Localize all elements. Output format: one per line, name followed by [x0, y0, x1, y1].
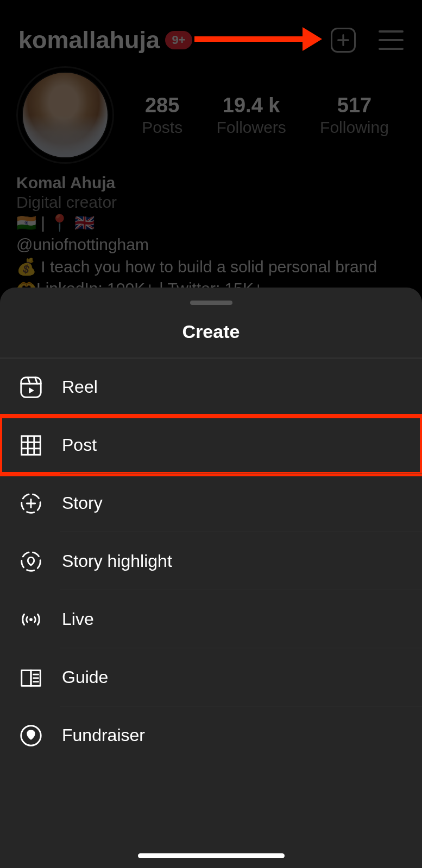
stat-label: Following: [320, 118, 389, 137]
grid-icon: [18, 433, 43, 458]
avatar: [22, 72, 109, 158]
stat-label: Posts: [142, 118, 182, 137]
profile-category: Digital creator: [16, 193, 406, 212]
stat-followers[interactable]: 19.4 k Followers: [216, 94, 286, 137]
sheet-item-label: Reel: [62, 377, 98, 397]
sheet-drag-handle[interactable]: [190, 301, 232, 305]
stat-value: 517: [320, 94, 389, 117]
reel-icon: [18, 375, 43, 400]
sheet-item-label: Post: [62, 435, 97, 455]
create-post-icon[interactable]: [331, 28, 356, 53]
sheet-item-label: Story: [62, 493, 103, 513]
stat-label: Followers: [216, 118, 286, 137]
sheet-item-label: Live: [62, 609, 94, 629]
svg-point-15: [29, 618, 33, 621]
sheet-item-story-highlight[interactable]: Story highlight: [0, 532, 422, 590]
sheet-item-post[interactable]: Post: [0, 416, 422, 474]
sheet-item-label: Fundraiser: [62, 725, 145, 745]
sheet-title: Create: [0, 321, 422, 358]
avatar-ring[interactable]: [16, 66, 114, 164]
svg-point-14: [22, 552, 41, 571]
stat-posts[interactable]: 285 Posts: [142, 94, 182, 137]
svg-line-5: [35, 377, 37, 384]
highlight-icon: [18, 549, 43, 574]
display-name: Komal Ahuja: [16, 174, 406, 192]
stat-value: 19.4 k: [216, 94, 286, 117]
profile-bio: Komal Ahuja Digital creator 🇮🇳 | 📍 🇬🇧 @u…: [0, 164, 422, 299]
svg-rect-6: [22, 436, 41, 455]
live-icon: [18, 607, 43, 632]
sheet-item-fundraiser[interactable]: Fundraiser: [0, 706, 422, 764]
annotation-arrow: [194, 33, 322, 46]
profile-header: komallahuja 9+: [0, 0, 422, 60]
sheet-item-label: Story highlight: [62, 551, 172, 571]
svg-rect-2: [21, 377, 41, 397]
stat-following[interactable]: 517 Following: [320, 94, 389, 137]
story-icon: [18, 491, 43, 516]
stat-value: 285: [142, 94, 182, 117]
home-indicator[interactable]: [138, 853, 285, 858]
sheet-item-story[interactable]: Story: [0, 474, 422, 532]
notification-badge: 9+: [165, 31, 192, 49]
guide-icon: [18, 665, 43, 690]
create-bottom-sheet: Create Reel: [0, 288, 422, 868]
sheet-item-live[interactable]: Live: [0, 590, 422, 648]
bio-line-mention: @uniofnottingham: [16, 234, 406, 255]
username[interactable]: komallahuja: [18, 26, 160, 54]
fundraiser-icon: [18, 723, 43, 748]
sheet-item-guide[interactable]: Guide: [0, 648, 422, 706]
sheet-item-label: Guide: [62, 667, 108, 687]
svg-line-4: [28, 377, 30, 384]
bio-line-teach: 💰 I teach you how to build a solid perso…: [16, 257, 406, 277]
sheet-item-reel[interactable]: Reel: [0, 358, 422, 416]
profile-stats-row: 285 Posts 19.4 k Followers 517 Following: [0, 60, 422, 164]
hamburger-menu-icon[interactable]: [379, 30, 404, 50]
bio-line-flags: 🇮🇳 | 📍 🇬🇧: [16, 213, 406, 233]
